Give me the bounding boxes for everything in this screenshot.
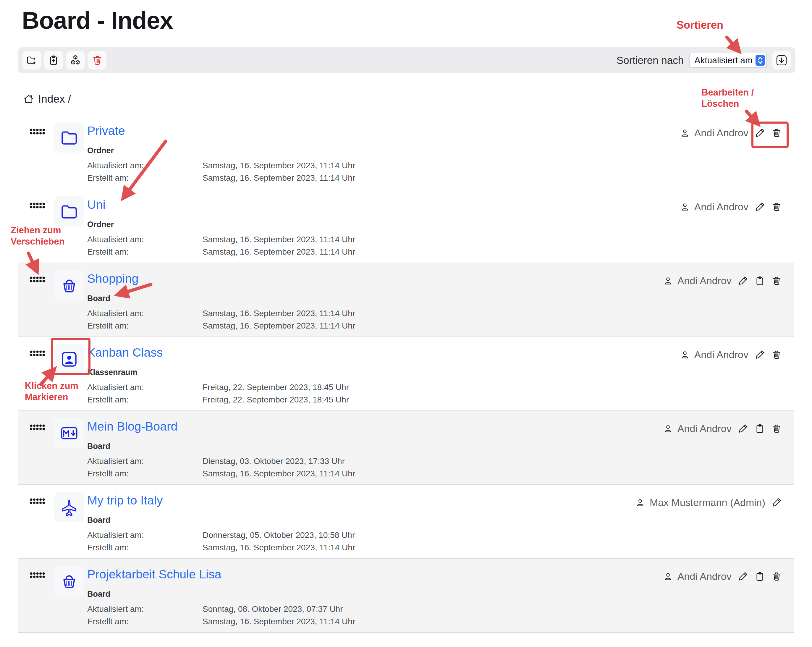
toolbar-sort-area: Sortieren nach Aktualisiert am [617,51,791,70]
item-updated-row: Aktualisiert am: Sonntag, 08. Oktober 20… [87,604,663,614]
created-value: Samstag, 16. September 2023, 11:14 Uhr [203,173,355,183]
item-created-row: Erstellt am: Samstag, 16. September 2023… [87,543,635,553]
drag-handle-icon[interactable] [30,350,45,357]
owner-name: Andi Androv [694,349,748,360]
drag-handle-icon[interactable] [30,424,45,430]
trash-icon [771,201,782,212]
list-item: Private Ordner Aktualisiert am: Samstag,… [18,115,794,189]
classroom-icon[interactable] [54,344,84,374]
item-created-row: Erstellt am: Samstag, 16. September 2023… [87,469,663,479]
created-value: Samstag, 16. September 2023, 11:14 Uhr [203,321,355,331]
board-list: Private Ordner Aktualisiert am: Samstag,… [18,115,794,633]
airplane-icon[interactable] [54,492,84,522]
list-item: Kanban Class Klassenraum Aktualisiert am… [18,337,794,411]
item-title-link[interactable]: Shopping [87,272,138,285]
delete-button[interactable] [771,349,782,360]
item-title-link[interactable]: My trip to Italy [87,493,163,507]
list-item: Projektarbeit Schule Lisa Board Aktualis… [18,559,794,633]
delete-button[interactable] [771,201,782,212]
arrow-down-square-icon [775,54,788,67]
sort-by-label: Sortieren nach [617,54,684,66]
edit-button[interactable] [754,201,765,212]
item-updated-row: Aktualisiert am: Freitag, 22. September … [87,382,680,392]
item-title-link[interactable]: Projektarbeit Schule Lisa [87,567,221,581]
updated-label: Aktualisiert am: [87,308,203,319]
created-value: Samstag, 16. September 2023, 11:14 Uhr [203,543,355,553]
updated-value: Dienstag, 03. Oktober 2023, 17:33 Uhr [203,456,345,466]
edit-button[interactable] [754,349,765,360]
drag-handle-icon[interactable] [30,498,45,505]
owner-name: Andi Androv [678,571,731,582]
breadcrumb-path[interactable]: Index / [38,93,71,105]
drag-handle-icon[interactable] [30,202,45,209]
item-owner: Andi Androv [680,349,782,360]
edit-button[interactable] [737,571,748,582]
copy-button[interactable] [754,275,765,286]
copy-icon [754,275,765,286]
trash-icon [771,127,782,138]
updated-value: Samstag, 16. September 2023, 11:14 Uhr [203,235,355,244]
updated-value: Sonntag, 08. Oktober 2023, 07:37 Uhr [203,604,343,614]
item-owner: Andi Androv [680,127,782,139]
updated-label: Aktualisiert am: [87,160,203,171]
item-title-link[interactable]: Mein Blog-Board [87,419,177,433]
item-updated-row: Aktualisiert am: Samstag, 16. September … [87,160,680,171]
created-value: Samstag, 16. September 2023, 11:14 Uhr [203,469,355,479]
toolbar: Sortieren nach Aktualisiert am [18,47,795,73]
item-owner: Max Mustermann (Admin) [635,497,782,508]
item-updated-row: Aktualisiert am: Samstag, 16. September … [87,308,663,319]
pencil-icon [771,497,782,508]
item-owner: Andi Androv [680,201,782,213]
delete-button[interactable] [771,571,782,582]
basket-icon[interactable] [54,566,84,596]
item-created-row: Erstellt am: Samstag, 16. September 2023… [87,616,663,627]
drag-handle-icon[interactable] [30,128,45,135]
basket-icon[interactable] [54,270,84,301]
toolbar-actions [23,51,107,70]
item-title-link[interactable]: Uni [87,198,105,212]
person-icon [635,497,645,508]
delete-button[interactable] [771,127,782,138]
home-icon[interactable] [23,93,34,105]
created-label: Erstellt am: [87,321,203,331]
item-content: Kanban Class Klassenraum Aktualisiert am… [87,345,680,405]
updated-value: Samstag, 16. September 2023, 11:14 Uhr [203,308,355,319]
copy-icon [754,423,765,434]
toolbar-button-trash-red[interactable] [88,51,107,70]
toolbar-button-clipboard-plus[interactable] [44,51,63,70]
drag-handle-icon[interactable] [30,572,45,578]
delete-button[interactable] [771,275,782,286]
sort-direction-button[interactable] [772,51,791,70]
list-item: Uni Ordner Aktualisiert am: Samstag, 16.… [18,189,794,263]
item-content: My trip to Italy Board Aktualisiert am: … [87,493,635,553]
list-item: Shopping Board Aktualisiert am: Samstag,… [18,263,794,337]
item-created-row: Erstellt am: Samstag, 16. September 2023… [87,173,680,183]
toolbar-button-boxes[interactable] [66,51,85,70]
drag-handle-icon[interactable] [30,276,45,283]
created-label: Erstellt am: [87,395,203,405]
edit-button[interactable] [737,275,748,286]
toolbar-button-folder-plus[interactable] [23,51,41,70]
item-type-label: Board [87,294,663,303]
delete-button[interactable] [771,423,782,434]
item-updated-row: Aktualisiert am: Donnerstag, 05. Oktober… [87,530,635,540]
edit-button[interactable] [771,497,782,508]
item-title-link[interactable]: Private [87,124,125,138]
item-content: Uni Ordner Aktualisiert am: Samstag, 16.… [87,198,680,257]
list-item: Mein Blog-Board Board Aktualisiert am: D… [18,411,794,485]
updated-label: Aktualisiert am: [87,456,203,466]
edit-button[interactable] [737,423,748,434]
edit-button[interactable] [754,127,765,138]
boxes-icon [70,54,81,66]
markdown-icon[interactable] [54,418,84,448]
sort-by-select[interactable]: Aktualisiert am [689,53,767,68]
folder-icon[interactable] [54,196,84,226]
trash-red-icon [92,54,103,66]
copy-button[interactable] [754,423,765,434]
trash-icon [771,349,782,360]
folder-icon[interactable] [54,122,84,153]
item-created-row: Erstellt am: Freitag, 22. September 2023… [87,395,680,405]
item-title-link[interactable]: Kanban Class [87,345,163,360]
copy-button[interactable] [754,571,765,582]
trash-icon [771,423,782,434]
